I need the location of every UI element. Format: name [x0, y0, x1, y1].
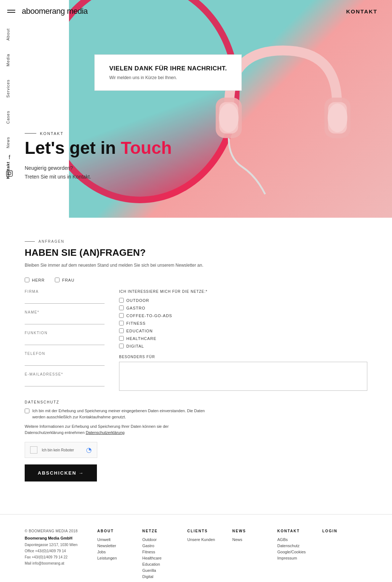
- footer-kontakt-links: AGBs Datenschutz Google/Cookies Impressu…: [277, 537, 322, 560]
- footer-link-jobs[interactable]: Jobs: [97, 550, 142, 554]
- footer-login-title: LOGIN: [322, 529, 367, 533]
- hero-background: [69, 0, 392, 218]
- hero-title-part1: Let's get in: [25, 138, 121, 157]
- footer-link-umwelt[interactable]: Umwelt: [97, 537, 142, 542]
- footer-link-guerilla[interactable]: Guerilla: [142, 568, 187, 573]
- sidebar-item-services[interactable]: Services: [0, 73, 18, 104]
- gastro-checkbox-label[interactable]: GASTRO: [119, 306, 367, 310]
- frau-label[interactable]: FRAU: [55, 278, 74, 282]
- footer-link-unsere-kunden[interactable]: Unsere Kunden: [187, 537, 232, 542]
- footer-link-gastro[interactable]: Gastro: [142, 544, 187, 548]
- gender-row: HERR FRAU: [25, 278, 367, 282]
- footer-link-news[interactable]: News: [232, 537, 277, 542]
- funktion-label: FUNKTION: [25, 331, 105, 335]
- logo-main: oomerang media: [30, 7, 87, 16]
- email-input[interactable]: [25, 378, 105, 386]
- footer-top: © BOOMERANG MEDIA 2018 Boomerang Media G…: [25, 529, 367, 579]
- recaptcha-label: Ich bin kein Roboter: [42, 448, 74, 452]
- footer-link-newsletter[interactable]: Newsletter: [97, 544, 142, 548]
- footer-clients-links: Unsere Kunden: [187, 537, 232, 542]
- name-input[interactable]: [25, 316, 105, 324]
- footer-company-info: Dapontegasse 12/17, 1030 Wien Office +43…: [25, 542, 97, 566]
- healthcare-checkbox-label[interactable]: HEALTHCARE: [119, 336, 367, 341]
- footer-link-healthcare[interactable]: Healthcare: [142, 556, 187, 560]
- datenschutz-link[interactable]: Datenschutzerklärung: [86, 430, 124, 435]
- sidebar-item-media[interactable]: Media: [0, 47, 18, 73]
- hero-title-part2: Touch: [121, 138, 172, 157]
- svg-rect-0: [7, 171, 13, 177]
- besonders-textarea[interactable]: [119, 362, 367, 391]
- footer-link-agbs[interactable]: AGBs: [277, 537, 322, 542]
- frau-text: FRAU: [62, 278, 74, 282]
- herr-label[interactable]: HERR: [25, 278, 45, 282]
- footer-link-leistungen[interactable]: Leistungen: [97, 556, 142, 560]
- social-icons: f: [4, 152, 15, 179]
- healthcare-checkbox[interactable]: [119, 336, 124, 341]
- fitness-text: FITNESS: [126, 321, 146, 325]
- headphones-illustration: [189, 15, 377, 203]
- gastro-checkbox[interactable]: [119, 306, 124, 310]
- coffee-checkbox[interactable]: [119, 313, 124, 318]
- footer-link-fitness[interactable]: Fitness: [142, 550, 187, 554]
- digital-checkbox-label[interactable]: DIGITAL: [119, 344, 367, 348]
- education-checkbox[interactable]: [119, 328, 124, 333]
- netze-checkboxes: OUTDOOR GASTRO COFFEE-TO-GO-ADS FITNESS …: [119, 298, 367, 348]
- footer-link-impressum[interactable]: Impressum: [277, 556, 322, 560]
- svg-point-7: [219, 103, 238, 132]
- funktion-input[interactable]: [25, 336, 105, 345]
- form-section: ANFRAGEN HABEN SIE (AN)FRAGEN? Bleiben S…: [0, 218, 392, 496]
- email-field: E-MAILADRESSE*: [25, 372, 105, 386]
- fitness-checkbox-label[interactable]: FITNESS: [119, 321, 367, 325]
- footer-about-title: ABOUT: [97, 529, 142, 533]
- footer-fax: Fax +43/(0)1/409 79 14 22: [25, 554, 97, 560]
- submit-button[interactable]: ABSCHICKEN →: [25, 464, 97, 481]
- telefon-input[interactable]: [25, 357, 105, 366]
- form-heading: HABEN SIE (AN)FRAGEN?: [25, 247, 367, 258]
- datenschutz-check-row: Ich bin mit der Erhebung und Speicherung…: [25, 408, 367, 420]
- logo[interactable]: aboomerang media: [22, 7, 88, 16]
- outdoor-checkbox[interactable]: [119, 298, 124, 303]
- coffee-checkbox-label[interactable]: COFFEE-TO-GO-ADS: [119, 313, 367, 318]
- footer-about-links: Umwelt Newsletter Jobs Leistungen: [97, 537, 142, 560]
- footer-link-digital[interactable]: Digital: [142, 574, 187, 579]
- svg-point-8: [328, 103, 347, 132]
- footer-link-datenschutz[interactable]: Datenschutz: [277, 544, 322, 548]
- footer-office: Office +43/(0)1/409 79 14: [25, 548, 97, 554]
- form-description: Bleiben Sie immer auf dem neuesten Stand…: [25, 262, 206, 269]
- herr-checkbox[interactable]: [25, 278, 29, 282]
- footer-link-education[interactable]: Education: [142, 562, 187, 566]
- digital-checkbox[interactable]: [119, 344, 124, 348]
- footer-news-links: News: [232, 537, 277, 542]
- thankyou-heading: VIELEN DANK FÜR IHRE NACHRICHT.: [109, 65, 227, 72]
- thankyou-subtext: Wir melden uns in Kürze bei Ihnen.: [109, 75, 227, 80]
- footer-clients-title: CLIENTS: [187, 529, 232, 533]
- recaptcha-checkbox[interactable]: [30, 446, 37, 454]
- footer: © BOOMERANG MEDIA 2018 Boomerang Media G…: [0, 514, 392, 582]
- hamburger-menu[interactable]: [7, 10, 15, 13]
- fitness-checkbox[interactable]: [119, 321, 124, 325]
- frau-checkbox[interactable]: [55, 278, 60, 282]
- sidebar-item-news[interactable]: News: [0, 130, 18, 155]
- instagram-icon[interactable]: [4, 168, 15, 179]
- facebook-icon[interactable]: f: [4, 152, 15, 163]
- sidebar-item-about[interactable]: About: [0, 22, 18, 47]
- firma-input[interactable]: [25, 295, 105, 304]
- form-col-left: FIRMA NAME* FUNKTION TELEFON E-MAILADRES…: [25, 290, 105, 393]
- svg-point-1: [8, 172, 11, 175]
- hero-title: Let's get in Touch: [25, 139, 172, 158]
- footer-link-outdoor[interactable]: Outdoor: [142, 537, 187, 542]
- kontakt-nav-link[interactable]: KONTAKT: [346, 8, 377, 15]
- footer-netze-col: NETZE Outdoor Gastro Fitness Healthcare …: [142, 529, 187, 579]
- sidebar-item-cases[interactable]: Cases: [0, 104, 18, 130]
- footer-copyright: © BOOMERANG MEDIA 2018: [25, 529, 97, 533]
- datenschutz-checkbox[interactable]: [25, 409, 29, 413]
- outdoor-checkbox-label[interactable]: OUTDOOR: [119, 298, 367, 303]
- footer-about-col: ABOUT Umwelt Newsletter Jobs Leistungen: [97, 529, 142, 579]
- education-checkbox-label[interactable]: EDUCATION: [119, 328, 367, 333]
- outdoor-text: OUTDOOR: [126, 298, 149, 303]
- footer-kontakt-col: KONTAKT AGBs Datenschutz Google/Cookies …: [277, 529, 322, 579]
- hero-subtitle-line2: Treten Sie mit uns in Kontakt.: [25, 174, 91, 180]
- footer-company-col: © BOOMERANG MEDIA 2018 Boomerang Media G…: [25, 529, 97, 579]
- footer-link-google-cookies[interactable]: Google/Cookies: [277, 550, 322, 554]
- recaptcha-widget[interactable]: Ich bin kein Roboter ◔: [25, 442, 97, 458]
